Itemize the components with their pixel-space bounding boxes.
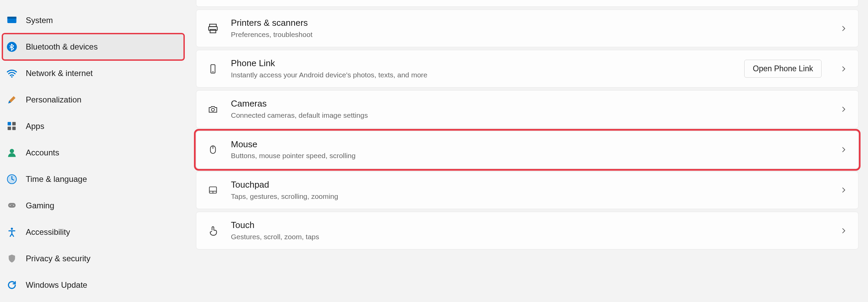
sidebar-item-accessibility[interactable]: Accessibility [3,219,184,245]
sidebar-item-privacy[interactable]: Privacy & security [3,246,184,271]
gamepad-icon [6,200,18,211]
printer-icon [207,23,219,34]
svg-rect-1 [7,17,17,18]
sidebar-item-label: Accounts [26,148,59,157]
bluetooth-icon [6,41,18,53]
sidebar-item-label: Bluetooth & devices [26,42,98,52]
svg-rect-17 [210,29,216,33]
sidebar-item-label: Privacy & security [26,254,91,263]
sidebar-item-network[interactable]: Network & internet [3,60,184,86]
row-subtitle: Preferences, troubleshoot [231,30,828,39]
settings-row-printers[interactable]: Printers & scanners Preferences, trouble… [196,10,859,47]
display-icon [6,15,18,26]
sidebar-item-time[interactable]: Time & language [3,166,184,192]
svg-rect-7 [12,127,16,130]
sidebar-item-apps[interactable]: Apps [3,113,184,139]
sidebar-item-update[interactable]: Windows Update [3,272,184,298]
settings-row-mouse[interactable]: Mouse Buttons, mouse pointer speed, scro… [196,131,859,169]
settings-row-cameras[interactable]: Cameras Connected cameras, default image… [196,90,859,128]
row-subtitle: Connected cameras, default image setting… [231,110,828,120]
open-phone-link-button[interactable]: Open Phone Link [744,60,822,78]
svg-point-14 [11,228,13,230]
apps-icon [6,120,18,132]
clock-globe-icon [6,173,18,185]
sidebar-item-accounts[interactable]: Accounts [3,140,184,166]
sidebar-item-label: Accessibility [26,227,70,237]
svg-point-20 [212,108,215,111]
svg-point-8 [10,149,14,153]
sidebar-item-label: Apps [26,121,44,131]
sidebar-item-label: Personalization [26,95,81,105]
mouse-icon [207,144,219,155]
row-subtitle: Instantly access your Android device's p… [231,70,732,80]
svg-rect-5 [12,122,16,126]
sidebar-item-personalization[interactable]: Personalization [3,87,184,113]
chevron-right-icon [840,227,847,234]
settings-row-touchpad[interactable]: Touchpad Taps, gestures, scrolling, zoom… [196,171,859,209]
row-subtitle: Gestures, scroll, zoom, taps [231,232,828,242]
settings-row-stub[interactable] [196,0,859,7]
row-title: Printers & scanners [231,17,828,29]
chevron-right-icon [840,25,847,32]
row-title: Phone Link [231,58,732,69]
sidebar-item-label: Gaming [26,201,54,210]
shield-icon [6,253,18,264]
row-title: Mouse [231,139,828,150]
accessibility-icon [6,226,18,238]
svg-point-12 [13,205,14,206]
settings-row-touch[interactable]: Touch Gestures, scroll, zoom, taps [196,212,859,249]
svg-rect-6 [8,127,11,130]
row-title: Cameras [231,98,828,110]
phone-icon [207,63,219,75]
svg-rect-10 [8,203,16,208]
row-title: Touch [231,220,828,231]
chevron-right-icon [840,186,847,194]
camera-icon [207,103,219,115]
svg-point-3 [11,76,13,78]
settings-main: Printers & scanners Preferences, trouble… [186,0,868,302]
sidebar-item-label: Windows Update [26,280,87,290]
row-subtitle: Buttons, mouse pointer speed, scrolling [231,151,828,161]
svg-point-11 [10,205,11,206]
svg-point-13 [12,204,12,205]
sidebar-item-bluetooth[interactable]: Bluetooth & devices [3,34,184,60]
sidebar-item-label: Time & language [26,174,87,184]
paintbrush-icon [6,94,18,106]
settings-sidebar: System Bluetooth & devices Network & int… [0,0,186,302]
sidebar-item-gaming[interactable]: Gaming [3,193,184,219]
chevron-right-icon [840,65,847,73]
sidebar-item-system[interactable]: System [3,7,184,33]
wifi-icon [6,68,18,79]
row-subtitle: Taps, gestures, scrolling, zooming [231,191,828,201]
touch-icon [207,225,219,237]
chevron-right-icon [840,146,847,153]
person-icon [6,147,18,158]
row-title: Touchpad [231,179,828,191]
sidebar-item-label: Network & internet [26,69,93,78]
chevron-right-icon [840,106,847,113]
sidebar-item-label: System [26,16,53,25]
settings-row-phone[interactable]: Phone Link Instantly access your Android… [196,50,859,88]
svg-rect-4 [8,122,11,126]
update-icon [6,279,18,291]
touchpad-icon [207,184,219,196]
